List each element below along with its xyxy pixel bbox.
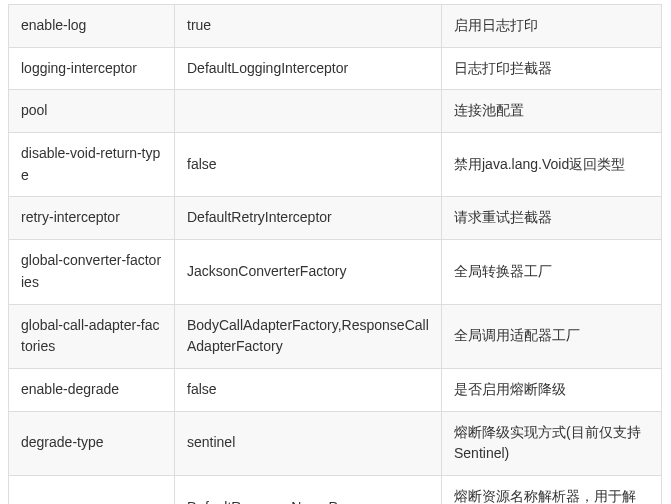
config-desc: 熔断降级实现方式(目前仅支持Sentinel)	[442, 411, 662, 475]
table-row: enable-log true 启用日志打印	[9, 5, 662, 48]
table-row: retry-interceptor DefaultRetryIntercepto…	[9, 197, 662, 240]
table-row: pool 连接池配置	[9, 90, 662, 133]
config-key: global-converter-factories	[9, 240, 175, 304]
config-key: retry-interceptor	[9, 197, 175, 240]
config-table: enable-log true 启用日志打印 logging-intercept…	[8, 4, 662, 504]
table-row: global-call-adapter-factories BodyCallAd…	[9, 304, 662, 368]
config-value: DefaultLoggingInterceptor	[175, 47, 442, 90]
config-key: logging-interceptor	[9, 47, 175, 90]
config-desc: 是否启用熔断降级	[442, 368, 662, 411]
config-value: true	[175, 5, 442, 48]
config-desc: 日志打印拦截器	[442, 47, 662, 90]
table-row: global-converter-factories JacksonConver…	[9, 240, 662, 304]
table-row: enable-degrade false 是否启用熔断降级	[9, 368, 662, 411]
config-key: degrade-type	[9, 411, 175, 475]
config-value: sentinel	[175, 411, 442, 475]
config-value: JacksonConverterFactory	[175, 240, 442, 304]
config-key: resource-name-parser	[9, 475, 175, 504]
config-desc: 熔断资源名称解析器，用于解析资源名称	[442, 475, 662, 504]
table-row: logging-interceptor DefaultLoggingInterc…	[9, 47, 662, 90]
config-desc: 全局调用适配器工厂	[442, 304, 662, 368]
config-desc: 全局转换器工厂	[442, 240, 662, 304]
config-value: DefaultResourceNameParser	[175, 475, 442, 504]
config-value: DefaultRetryInterceptor	[175, 197, 442, 240]
config-value: false	[175, 368, 442, 411]
config-value: BodyCallAdapterFactory,ResponseCallAdapt…	[175, 304, 442, 368]
table-row: resource-name-parser DefaultResourceName…	[9, 475, 662, 504]
config-desc: 禁用java.lang.Void返回类型	[442, 133, 662, 197]
config-key: disable-void-return-type	[9, 133, 175, 197]
config-key: enable-log	[9, 5, 175, 48]
config-table-body: enable-log true 启用日志打印 logging-intercept…	[9, 5, 662, 505]
config-value	[175, 90, 442, 133]
config-key: pool	[9, 90, 175, 133]
config-value: false	[175, 133, 442, 197]
config-desc: 请求重试拦截器	[442, 197, 662, 240]
config-desc: 启用日志打印	[442, 5, 662, 48]
config-key: enable-degrade	[9, 368, 175, 411]
config-key: global-call-adapter-factories	[9, 304, 175, 368]
table-row: degrade-type sentinel 熔断降级实现方式(目前仅支持Sent…	[9, 411, 662, 475]
config-desc: 连接池配置	[442, 90, 662, 133]
table-row: disable-void-return-type false 禁用java.la…	[9, 133, 662, 197]
